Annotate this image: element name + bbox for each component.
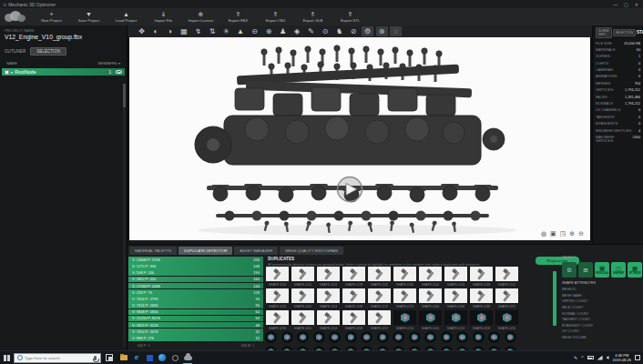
taskbar-photos[interactable] — [143, 351, 156, 364]
shape-thumbnail[interactable]: SHAPE 4224 — [444, 310, 467, 330]
duplicate-group-row[interactable]: V: 7416 P: 2684 96 — [128, 302, 263, 308]
occlusion-icon[interactable]: ⊙ — [320, 26, 332, 36]
nut-thumbnail[interactable] — [377, 331, 389, 343]
shape-thumbnail[interactable]: SHAPE 4220 — [419, 310, 442, 330]
nut-thumbnail[interactable] — [361, 331, 373, 343]
wireframe-view-icon[interactable]: ▦ — [179, 26, 190, 36]
duplicate-group-row[interactable]: V: 7634 P: 2799 96 — [128, 296, 263, 302]
shape-thumbnail[interactable]: SHAPE 4180 — [419, 288, 442, 308]
taskbar-browser[interactable] — [156, 351, 168, 364]
shape-thumbnail[interactable]: SHAPE 4160 — [291, 288, 314, 308]
zoom-in-icon[interactable]: ⊕ — [569, 230, 575, 238]
boolean-union-icon[interactable]: ⊕ — [263, 26, 275, 36]
nut-thumbnail[interactable] — [409, 331, 421, 343]
nut-thumbnail[interactable] — [281, 331, 293, 343]
export-obj-button[interactable]: ⇑ Export OBJ — [257, 9, 294, 25]
annotate-icon[interactable]: ✎ — [305, 26, 317, 36]
optimize-icon[interactable]: ✳ — [220, 26, 232, 36]
volume-icon[interactable] — [607, 356, 609, 359]
lighting-icon[interactable]: ↯ — [192, 26, 204, 36]
shape-thumbnail[interactable]: SHAPE 4120 — [291, 267, 314, 287]
settings-icon[interactable]: ⚙ — [362, 26, 373, 36]
shape-thumbnail[interactable]: SHAPE 4176 — [393, 288, 416, 308]
name-column-header[interactable]: NAME — [6, 61, 17, 66]
visibility-eye-icon[interactable] — [116, 70, 122, 75]
nut-thumbnail[interactable] — [265, 331, 277, 343]
shape-thumbnail[interactable]: SHAPE 4204 — [317, 310, 340, 330]
taskbar-search[interactable] — [14, 353, 101, 363]
nut-thumbnail[interactable] — [393, 331, 404, 343]
shape-thumbnail[interactable]: SHAPE 4208 — [342, 310, 365, 330]
nut-thumbnail[interactable] — [441, 331, 453, 343]
hidden-icons-chevron[interactable]: ^ — [581, 355, 583, 360]
shape-thumbnail[interactable]: SHAPE 4152 — [495, 267, 518, 287]
import-file-button[interactable]: ⇓ Import File — [145, 9, 182, 25]
uv-layout-icon[interactable]: ◈ — [291, 26, 303, 36]
viewport[interactable]: ◍ ▣ ◳ ⊕ ⊖ — [129, 37, 590, 240]
duplicate-shape-button[interactable]: ⧉ — [562, 262, 577, 278]
shape-thumbnail[interactable]: SHAPE 4148 — [470, 267, 493, 287]
nut-thumbnail[interactable] — [329, 331, 341, 343]
battery-icon[interactable] — [587, 356, 594, 359]
nut-thumbnail[interactable] — [505, 331, 516, 343]
new-project-button[interactable]: + New Project — [33, 9, 70, 25]
duplicate-group-row[interactable]: V: 1270 P: 636 248 — [128, 263, 263, 269]
textured-view-icon[interactable]: ◑ — [164, 26, 176, 36]
tab-scene-info[interactable]: SCENE INFO — [596, 27, 612, 38]
maximize-button[interactable]: ▢ — [624, 2, 628, 7]
taskbar-file-explorer[interactable] — [117, 351, 130, 364]
merge-shape-button[interactable]: ⊞ — [578, 262, 593, 278]
view-dual-button[interactable]: ▦ VIEW DUAL — [595, 262, 609, 278]
shape-thumbnail[interactable]: SHAPE 4156 — [266, 288, 289, 308]
screenshot-icon[interactable]: ▣ — [550, 230, 556, 238]
frame-view-icon[interactable]: ◳ — [560, 230, 566, 238]
shape-thumbnail[interactable]: SHAPE 4192 — [495, 288, 518, 308]
save-project-button[interactable]: ▼ Save Project — [70, 9, 107, 25]
row-checkbox[interactable] — [5, 70, 9, 75]
remesh-icon[interactable]: ▲ — [235, 26, 247, 36]
shape-thumbnail[interactable]: SHAPE 4164 — [317, 288, 340, 308]
shape-thumbnail[interactable]: SHAPE 4216 — [393, 310, 416, 330]
pivot-icon[interactable]: ♟ — [277, 26, 289, 36]
shape-thumbnail[interactable]: SHAPE 4132 — [368, 267, 391, 287]
duplicate-group-row[interactable]: V: 17568 P: 4438 144 — [128, 283, 263, 289]
taskbar-edge[interactable]: e — [130, 351, 143, 364]
export-glb-button[interactable]: ⇑ Export GLB — [294, 9, 332, 25]
tab-asset-manager[interactable]: ASSET MANAGER — [234, 247, 278, 255]
outliner-row-rootnode[interactable]: ▸ RootNode 1 — [2, 68, 125, 76]
task-view-button[interactable] — [106, 354, 113, 361]
shape-thumbnail[interactable]: SHAPE 4232 — [495, 310, 518, 330]
nut-thumbnail[interactable] — [456, 331, 468, 343]
nut-thumbnail[interactable] — [473, 331, 485, 343]
unwrap-button[interactable]: ◫ UNWRAP — [611, 262, 626, 278]
shape-thumbnail[interactable]: SHAPE 4116 — [266, 267, 289, 287]
members-column-header[interactable]: MEMBERS ▾ — [98, 61, 120, 66]
tab-selection-info[interactable]: SELECTION — [613, 29, 636, 36]
shape-thumbnail[interactable]: SHAPE 4188 — [470, 288, 493, 308]
optimize-button[interactable]: ▩ OPTIMIZE — [628, 262, 642, 278]
tab-selection[interactable]: SELECTION — [30, 47, 66, 56]
shape-thumbnail[interactable]: SHAPE 4228 — [470, 310, 493, 330]
duplicate-group-row[interactable]: V: 228 P: 76 128 — [128, 289, 263, 296]
start-button[interactable] — [0, 351, 14, 364]
import-license-button[interactable]: ⊕ Import License — [182, 9, 219, 25]
duplicate-group-row[interactable]: V: 7654 P: 2678 32 — [128, 329, 263, 335]
zoom-out-icon[interactable]: ⊖ — [578, 230, 584, 238]
search-input[interactable] — [25, 356, 92, 360]
nut-thumbnail[interactable] — [313, 331, 325, 343]
duplicate-group-row[interactable]: V: 9848 P: 1816 64 — [128, 309, 263, 316]
nut-thumbnail[interactable] — [345, 331, 357, 343]
render-mode-icon[interactable]: ◍ — [541, 230, 546, 238]
duplicate-group-row[interactable]: V: 508 P: 246 190 — [128, 269, 263, 276]
load-project-button[interactable]: ▲ Load Project — [107, 9, 145, 25]
bake-icon[interactable]: ⊛ — [376, 26, 388, 36]
nut-thumbnail[interactable] — [488, 331, 500, 343]
reset-view-icon[interactable]: ◌ — [390, 26, 402, 36]
shape-thumbnail[interactable]: SHAPE 4124 — [317, 267, 340, 287]
shape-thumbnail[interactable]: SHAPE 4172 — [368, 288, 391, 308]
minimize-button[interactable]: — — [613, 2, 617, 7]
nut-thumbnail[interactable] — [297, 331, 309, 343]
taskbar-optimizer-app[interactable] — [181, 351, 194, 364]
shape-thumbnail[interactable]: SHAPE 4144 — [444, 267, 467, 287]
shape-thumbnail[interactable]: SHAPE 4128 — [342, 267, 365, 287]
